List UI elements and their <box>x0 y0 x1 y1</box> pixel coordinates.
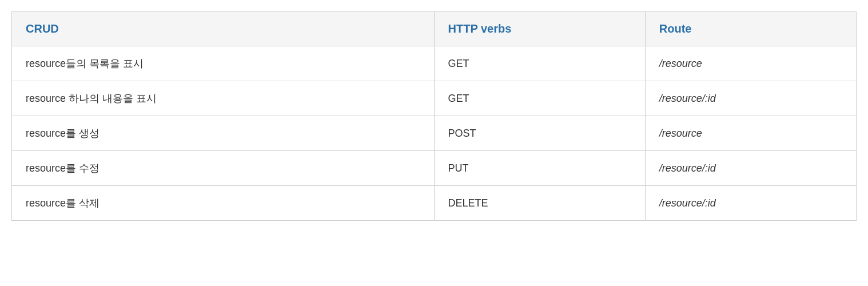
crud-cell: resource를 삭제 <box>12 186 435 221</box>
header-route: Route <box>645 12 856 46</box>
table-row: resource들의 목록을 표시GET/resource <box>12 46 857 81</box>
route-cell: /resource/:id <box>645 151 856 186</box>
header-crud: CRUD <box>12 12 435 46</box>
http-verb-cell: DELETE <box>434 186 645 221</box>
table-row: resource를 생성POST/resource <box>12 116 857 151</box>
http-verb-cell: GET <box>434 81 645 116</box>
crud-cell: resource를 생성 <box>12 116 435 151</box>
table-row: resource 하나의 내용을 표시GET/resource/:id <box>12 81 857 116</box>
crud-cell: resource 하나의 내용을 표시 <box>12 81 435 116</box>
route-cell: /resource/:id <box>645 81 856 116</box>
table-row: resource를 삭제DELETE/resource/:id <box>12 186 857 221</box>
table-header-row: CRUD HTTP verbs Route <box>12 12 857 46</box>
crud-cell: resource를 수정 <box>12 151 435 186</box>
crud-table: CRUD HTTP verbs Route resource들의 목록을 표시G… <box>11 11 857 221</box>
http-verb-cell: GET <box>434 46 645 81</box>
http-verb-cell: PUT <box>434 151 645 186</box>
crud-cell: resource들의 목록을 표시 <box>12 46 435 81</box>
header-http-verbs: HTTP verbs <box>434 12 645 46</box>
route-cell: /resource/:id <box>645 186 856 221</box>
route-cell: /resource <box>645 116 856 151</box>
table-row: resource를 수정PUT/resource/:id <box>12 151 857 186</box>
http-verb-cell: POST <box>434 116 645 151</box>
route-cell: /resource <box>645 46 856 81</box>
